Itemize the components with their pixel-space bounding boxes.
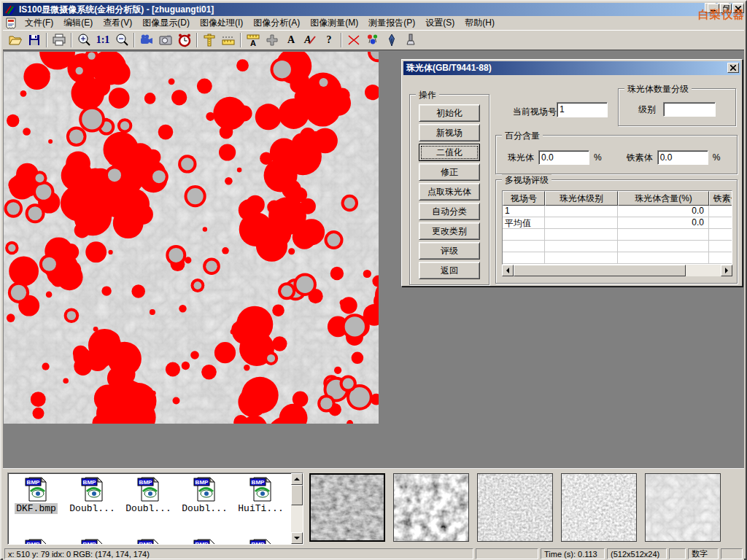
- annotate-tool-button[interactable]: A: [301, 31, 320, 49]
- grade-button[interactable]: 评级: [419, 242, 480, 260]
- brush-tool-button[interactable]: [401, 31, 420, 49]
- zoom-in-button[interactable]: [74, 31, 93, 49]
- save-icon: [27, 33, 42, 47]
- operations-group-label: 操作: [416, 89, 439, 101]
- menu-item-image-measure[interactable]: 图像测量(M): [305, 15, 363, 31]
- table-cell: [503, 252, 545, 264]
- file-item[interactable]: BMP DKF.bmp: [8, 475, 64, 514]
- auto-classify-button[interactable]: 自动分类: [419, 203, 480, 220]
- pearlite-percent-input[interactable]: 0.0: [538, 150, 589, 165]
- toolbar-separator: [341, 33, 342, 47]
- status-panel-empty: [721, 548, 743, 559]
- bmp-file-icon: BMP: [193, 537, 217, 544]
- actual-size-button[interactable]: 1:1: [93, 31, 112, 49]
- scroll-right-button[interactable]: [721, 265, 732, 276]
- binarize-button[interactable]: 二值化: [419, 144, 480, 161]
- rating-table[interactable]: 视场号 珠光体级别 珠光体含量(%) 铁素体含量(%) 1 0.0: [502, 190, 732, 265]
- snapshot-button[interactable]: [156, 31, 175, 49]
- menu-item-file[interactable]: 文件(F): [20, 15, 58, 31]
- svg-text:BMP: BMP: [251, 479, 264, 486]
- file-name[interactable]: Doubl...: [68, 503, 116, 514]
- table-horizontal-scrollbar[interactable]: [502, 265, 732, 276]
- file-item[interactable]: BMP: [177, 537, 233, 544]
- zoom-out-button[interactable]: [112, 31, 131, 49]
- column-header[interactable]: 视场号: [503, 191, 545, 206]
- file-name[interactable]: HuiTi...: [236, 503, 285, 514]
- menu-item-edit[interactable]: 编辑(E): [58, 15, 98, 31]
- file-item[interactable]: BMP Doubl...: [120, 475, 177, 514]
- file-name[interactable]: Doubl...: [180, 503, 228, 514]
- text-tool-button[interactable]: A: [282, 31, 301, 49]
- timer-button[interactable]: [175, 31, 194, 49]
- table-row[interactable]: [503, 229, 732, 241]
- menu-item-image-analysis[interactable]: 图像分析(A): [248, 15, 305, 31]
- save-button[interactable]: [25, 31, 44, 49]
- file-item[interactable]: BMP Doubl...: [64, 475, 120, 514]
- document-icon[interactable]: [5, 18, 17, 29]
- menu-item-measure-report[interactable]: 测量报告(P): [363, 15, 420, 31]
- caliper-icon: [202, 33, 217, 47]
- correct-button[interactable]: 修正: [419, 163, 480, 181]
- return-button[interactable]: 返回: [419, 262, 480, 279]
- scroll-down-button[interactable]: [291, 532, 303, 544]
- video-capture-button[interactable]: [137, 31, 156, 49]
- thumbnail-image[interactable]: [309, 473, 385, 542]
- toolbar-separator: [71, 33, 72, 47]
- menu-item-view[interactable]: 查看(V): [98, 15, 137, 31]
- thumbnail-image[interactable]: [645, 473, 721, 542]
- print-icon: [52, 33, 66, 47]
- operations-group: 操作 初始化 新视场 二值化 修正 点取珠光体 自动分类 更改类别 评级 返回: [409, 94, 489, 285]
- ferrite-percent-input[interactable]: 0.0: [657, 150, 708, 165]
- curve-tool-button[interactable]: [344, 31, 363, 49]
- table-row[interactable]: [503, 252, 732, 264]
- current-field-input[interactable]: 1: [557, 102, 608, 117]
- file-item[interactable]: BMP: [8, 537, 64, 544]
- menu-item-image-processing[interactable]: 图像处理(I): [195, 15, 248, 31]
- dialog-title-bar[interactable]: 珠光体(GB/T9441-88): [403, 61, 740, 75]
- grade-input[interactable]: [663, 102, 716, 117]
- menu-item-help[interactable]: 帮助(H): [460, 15, 500, 31]
- file-list-scrollbar[interactable]: [291, 473, 303, 544]
- zoom-out-icon: [115, 33, 129, 47]
- scrollbar-thumb[interactable]: [291, 485, 303, 505]
- micrograph-image[interactable]: [4, 52, 379, 424]
- file-item[interactable]: BMP: [64, 537, 120, 544]
- column-header[interactable]: 铁素体含量(%): [709, 191, 732, 206]
- column-header[interactable]: 珠光体含量(%): [618, 191, 709, 206]
- file-item[interactable]: BMP Doubl...: [177, 475, 233, 514]
- scrollbar-thumb[interactable]: [514, 265, 686, 276]
- scroll-up-button[interactable]: [291, 473, 303, 485]
- new-field-button[interactable]: 新视场: [419, 124, 480, 141]
- table-row[interactable]: [503, 241, 732, 252]
- file-item[interactable]: BMP: [233, 537, 289, 544]
- file-row-partial: BMP BMP BMP BMP BMP: [8, 537, 289, 544]
- menu-item-image-display[interactable]: 图像显示(D): [137, 15, 195, 31]
- dialog-close-button[interactable]: [727, 63, 739, 73]
- print-button[interactable]: [50, 31, 69, 49]
- file-name[interactable]: Doubl...: [124, 503, 172, 514]
- file-item[interactable]: BMP: [120, 537, 177, 544]
- pen-tool-button[interactable]: [382, 31, 401, 49]
- table-row[interactable]: 平均值 0.0: [503, 217, 732, 229]
- thumbnail-image[interactable]: [393, 473, 469, 542]
- help-button[interactable]: ?: [320, 31, 338, 49]
- thumbnail-image[interactable]: [477, 473, 553, 542]
- scroll-left-button[interactable]: [502, 265, 514, 276]
- ruler-measure-button[interactable]: [219, 31, 238, 49]
- file-item[interactable]: BMP HuiTi...: [233, 475, 289, 514]
- particle-analysis-button[interactable]: [363, 31, 382, 49]
- percent-sign: %: [713, 152, 721, 163]
- thumbnail-image[interactable]: [561, 473, 637, 542]
- change-class-button[interactable]: 更改类别: [419, 222, 480, 240]
- grid-button[interactable]: [263, 31, 282, 49]
- caliper-measure-button[interactable]: [200, 31, 219, 49]
- initialize-button[interactable]: 初始化: [419, 104, 480, 122]
- scale-calibration-button[interactable]: A: [244, 31, 263, 49]
- column-header[interactable]: 珠光体级别: [545, 191, 618, 206]
- title-bar[interactable]: IS100显微摄像系统(金相分析版) - [zhuguangti01]: [3, 3, 744, 16]
- open-button[interactable]: [6, 31, 25, 49]
- file-name[interactable]: DKF.bmp: [15, 503, 58, 514]
- pick-pearlite-button[interactable]: 点取珠光体: [419, 183, 480, 201]
- menu-item-settings[interactable]: 设置(S): [420, 15, 460, 31]
- table-row[interactable]: 1 0.0: [503, 206, 732, 217]
